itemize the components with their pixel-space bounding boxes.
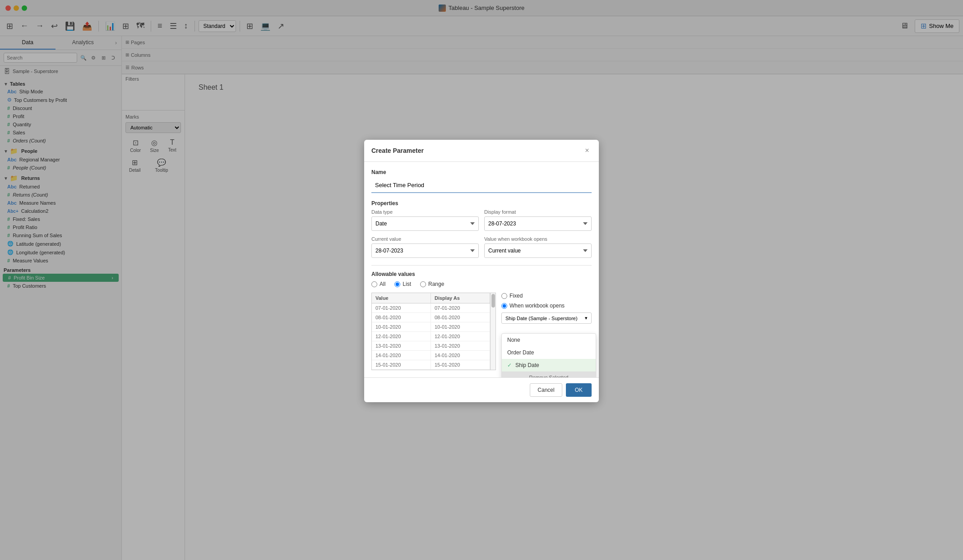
allowable-radio-group: All List Range — [371, 281, 592, 287]
radio-workbook-opens[interactable] — [501, 303, 507, 309]
properties-label: Properties — [371, 200, 592, 207]
current-value-label: Current value — [371, 236, 479, 242]
modal-close-btn[interactable]: × — [583, 146, 592, 155]
name-label: Name — [371, 169, 592, 175]
remove-selected-btn[interactable]: Remove Selected — [502, 372, 596, 377]
dropdown-arrow-icon: ▾ — [585, 315, 588, 321]
modal-footer: Cancel OK — [364, 377, 599, 402]
workbook-opens-label: Value when workbook opens — [484, 236, 592, 242]
radio-list-label[interactable]: List — [394, 281, 411, 287]
radio-workbook-opens-label[interactable]: When workbook opens — [501, 303, 592, 309]
cancel-btn[interactable]: Cancel — [530, 383, 562, 397]
check-icon: ✓ — [507, 362, 512, 368]
data-type-group: Data type Date — [371, 209, 479, 231]
date-field-dropdown: None Order Date ✓ Ship Date Remove Selec… — [501, 333, 596, 377]
workbook-opens-select[interactable]: Current value — [484, 243, 592, 258]
data-type-label: Data type — [371, 209, 479, 215]
properties-grid: Data type Date Display format 28-07-2023… — [371, 209, 592, 258]
radio-range-label[interactable]: Range — [420, 281, 444, 287]
list-header: Value Display As — [372, 293, 490, 303]
list-row: 08-01-2020 08-01-2020 — [372, 313, 490, 322]
allowable-label: Allowable values — [371, 271, 592, 277]
dropdown-none-item[interactable]: None — [502, 334, 596, 346]
list-row: 15-01-2020 15-01-2020 — [372, 360, 490, 370]
allowable-section: Allowable values All List Range — [371, 265, 592, 370]
modal-body: Name Properties Data type Date Display f… — [364, 162, 599, 377]
modal-overlay: Create Parameter × Name Properties Data … — [0, 0, 963, 560]
col-value-header: Value — [372, 293, 431, 303]
list-row: 13-01-2020 13-01-2020 — [372, 341, 490, 351]
current-value-group: Current value 28-07-2023 — [371, 236, 479, 258]
dropdown-ship-date-item[interactable]: ✓ Ship Date — [502, 359, 596, 372]
create-parameter-modal: Create Parameter × Name Properties Data … — [364, 140, 599, 402]
list-row: 12-01-2020 12-01-2020 — [372, 332, 490, 341]
display-format-select[interactable]: 28-07-2023 — [484, 216, 592, 231]
list-table: Value Display As 07-01-2020 07-01-2020 0… — [372, 293, 490, 370]
dropdown-order-date-item[interactable]: Order Date — [502, 346, 596, 359]
list-options: Fixed When workbook opens Ship Date (Sam… — [501, 293, 592, 370]
radio-fixed-label[interactable]: Fixed — [501, 293, 592, 299]
modal-title: Create Parameter — [371, 147, 424, 154]
ship-date-dropdown-trigger[interactable]: Ship Date (Sample - Superstore) ▾ — [501, 312, 592, 324]
list-area: Value Display As 07-01-2020 07-01-2020 0… — [371, 293, 496, 370]
list-body[interactable]: 07-01-2020 07-01-2020 08-01-2020 08-01-2… — [372, 303, 490, 370]
list-row: 10-01-2020 10-01-2020 — [372, 322, 490, 332]
radio-list[interactable] — [394, 281, 400, 287]
workbook-opens-group: Value when workbook opens Current value — [484, 236, 592, 258]
ok-btn[interactable]: OK — [566, 383, 592, 397]
list-row: 07-01-2020 07-01-2020 — [372, 303, 490, 313]
properties-section: Properties Data type Date Display format… — [371, 200, 592, 258]
name-section: Name — [371, 169, 592, 193]
name-input[interactable] — [371, 178, 592, 193]
display-format-label: Display format — [484, 209, 592, 215]
data-type-select[interactable]: Date — [371, 216, 479, 231]
radio-all[interactable] — [371, 281, 377, 287]
scrollbar-thumb — [491, 294, 495, 308]
display-format-group: Display format 28-07-2023 — [484, 209, 592, 231]
col-display-header: Display As — [431, 293, 490, 303]
current-value-select[interactable]: 28-07-2023 — [371, 243, 479, 258]
modal-header: Create Parameter × — [364, 140, 599, 162]
radio-fixed[interactable] — [501, 293, 507, 299]
radio-range[interactable] — [420, 281, 426, 287]
list-scrollbar[interactable] — [490, 293, 495, 370]
list-and-options: Value Display As 07-01-2020 07-01-2020 0… — [371, 293, 592, 370]
list-row: 14-01-2020 14-01-2020 — [372, 351, 490, 360]
radio-all-label[interactable]: All — [371, 281, 385, 287]
